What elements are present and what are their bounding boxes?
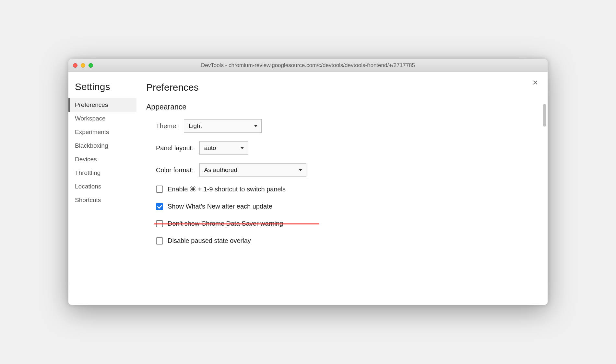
checkbox-disable-paused-overlay[interactable] [156, 237, 163, 245]
check-data-saver-warning: Don't show Chrome Data Saver warning [156, 220, 531, 227]
sidebar-item-devices[interactable]: Devices [68, 153, 136, 166]
panel-layout-row: Panel layout: auto [156, 141, 531, 155]
chevron-down-icon [241, 147, 244, 149]
sidebar-item-workspace[interactable]: Workspace [68, 112, 136, 125]
devtools-window: DevTools - chromium-review.googlesource.… [68, 59, 548, 305]
panel-layout-select[interactable]: auto [199, 141, 248, 155]
window-title: DevTools - chromium-review.googlesource.… [68, 62, 548, 69]
sidebar-item-shortcuts[interactable]: Shortcuts [68, 193, 136, 207]
maximize-window-icon[interactable] [89, 63, 93, 68]
strikethrough-annotation [154, 223, 319, 224]
check-enable-shortcut: Enable ⌘ + 1-9 shortcut to switch panels [156, 185, 531, 193]
color-format-select[interactable]: As authored [199, 163, 306, 177]
check-show-whats-new: Show What's New after each update [156, 203, 531, 210]
color-format-select-value: As authored [204, 166, 237, 174]
settings-panel: × Settings Preferences Workspace Experim… [68, 72, 548, 305]
sidebar-item-preferences[interactable]: Preferences [68, 98, 136, 112]
sidebar-list: Preferences Workspace Experiments Blackb… [68, 98, 136, 207]
theme-row: Theme: Light [156, 119, 531, 133]
sidebar-item-locations[interactable]: Locations [68, 180, 136, 193]
sidebar-heading: Settings [68, 81, 136, 98]
window-titlebar: DevTools - chromium-review.googlesource.… [68, 59, 548, 72]
theme-select[interactable]: Light [184, 119, 262, 133]
minimize-window-icon[interactable] [81, 63, 85, 68]
page-title: Preferences [146, 82, 531, 93]
panel-layout-label: Panel layout: [156, 144, 194, 152]
chevron-down-icon [254, 125, 257, 127]
traffic-lights [73, 63, 93, 68]
checkbox-show-whats-new[interactable] [156, 203, 163, 210]
settings-sidebar: Settings Preferences Workspace Experimen… [68, 72, 136, 305]
theme-select-value: Light [189, 122, 202, 130]
sidebar-item-throttling[interactable]: Throttling [68, 166, 136, 180]
settings-main: Preferences Appearance Theme: Light Pane… [136, 72, 548, 305]
panel-layout-select-value: auto [204, 144, 216, 152]
check-label: Disable paused state overlay [168, 237, 251, 245]
checkbox-enable-shortcut[interactable] [156, 186, 163, 193]
check-disable-paused-overlay: Disable paused state overlay [156, 237, 531, 245]
section-appearance: Appearance [146, 103, 531, 111]
check-label: Show What's New after each update [168, 203, 272, 210]
scrollbar[interactable] [543, 104, 546, 127]
close-window-icon[interactable] [73, 63, 77, 68]
color-format-row: Color format: As authored [156, 163, 531, 177]
sidebar-item-blackboxing[interactable]: Blackboxing [68, 139, 136, 153]
sidebar-item-experiments[interactable]: Experiments [68, 125, 136, 139]
theme-label: Theme: [156, 122, 178, 130]
chevron-down-icon [299, 169, 302, 171]
check-label: Enable ⌘ + 1-9 shortcut to switch panels [168, 185, 286, 193]
color-format-label: Color format: [156, 166, 194, 174]
close-settings-button[interactable]: × [533, 78, 538, 87]
